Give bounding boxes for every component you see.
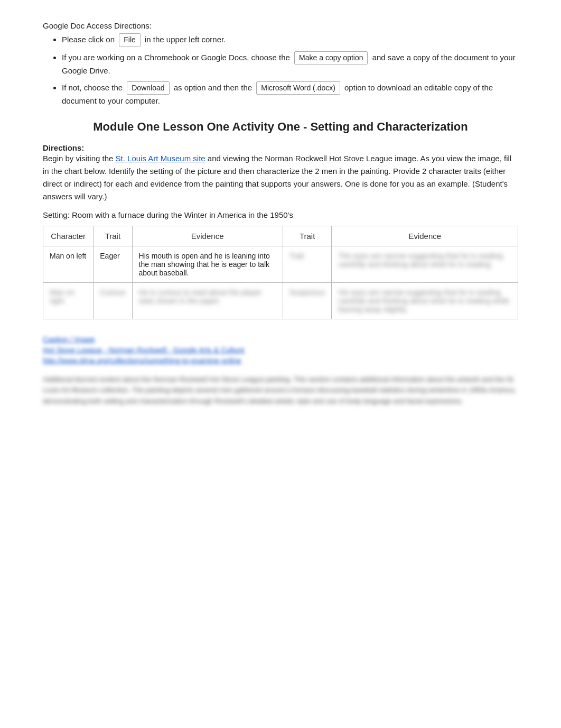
row2-trait1: Curious bbox=[94, 282, 132, 319]
bullet1-after: in the upper left corner. bbox=[145, 35, 226, 44]
bullet3-middle: as option and then the bbox=[174, 83, 255, 92]
blurred-body-text: Additional blurred content about the Nor… bbox=[43, 374, 518, 407]
directions-label-text: Directions: bbox=[43, 143, 518, 152]
file-highlight: File bbox=[119, 33, 141, 47]
download-highlight: Download bbox=[127, 81, 169, 95]
setting-text: Setting: Room with a furnace during the … bbox=[43, 210, 518, 219]
row1-evidence1: His mouth is open and he is leaning into… bbox=[132, 246, 283, 282]
word-docx-highlight: Microsoft Word (.docx) bbox=[256, 81, 340, 95]
bullet-item-1: Please click on File in the upper left c… bbox=[62, 33, 518, 47]
blurred-caption-title: Caption / Image bbox=[43, 335, 518, 344]
directions-label: Google Doc Access Directions: bbox=[43, 21, 152, 30]
directions-body-after: and viewing the Norman Rockwell Hot Stov… bbox=[43, 154, 511, 201]
row2-trait1-blurred: Curious bbox=[100, 288, 125, 297]
chart-table: Character Trait Evidence Trait Evidence … bbox=[43, 226, 518, 319]
table-row-2: Man on right Curious He is curious to re… bbox=[43, 282, 518, 319]
bullet-list: Please click on File in the upper left c… bbox=[62, 33, 518, 107]
row1-evidence2-blurred: The eyes are narrow suggesting that he i… bbox=[338, 252, 502, 269]
col-header-evidence1: Evidence bbox=[132, 226, 283, 246]
bullet1-before: Please click on bbox=[62, 35, 117, 44]
row2-character: Man on right bbox=[43, 282, 94, 319]
table-row-1: Man on left Eager His mouth is open and … bbox=[43, 246, 518, 282]
directions-section: Directions: Begin by visiting the St. Lo… bbox=[43, 143, 518, 203]
row2-evidence2-blurred: His eyes are narrow suggesting that he i… bbox=[338, 288, 509, 314]
row1-trait2: Trait bbox=[283, 246, 332, 282]
blurred-link-1: Hot Stove League - Norman Rockwell - Goo… bbox=[43, 346, 518, 354]
module-title: Module One Lesson One Activity One - Set… bbox=[43, 120, 518, 134]
stlouis-art-museum-link[interactable]: St. Louis Art Museum site bbox=[116, 154, 205, 163]
col-header-evidence2: Evidence bbox=[332, 226, 518, 246]
bullet3-before: If not, choose the bbox=[62, 83, 125, 92]
directions-body-before: Begin by visiting the bbox=[43, 154, 113, 163]
bullet-item-2: If you are working on a Chromebook or Go… bbox=[62, 51, 518, 77]
blurred-link-2: http://www.slma.org/collections/somethin… bbox=[43, 356, 518, 365]
bullet2-before: If you are working on a Chromebook or Go… bbox=[62, 53, 292, 62]
directions-body-text: Begin by visiting the St. Louis Art Muse… bbox=[43, 152, 518, 203]
row2-evidence2: His eyes are narrow suggesting that he i… bbox=[332, 282, 518, 319]
row1-character: Man on left bbox=[43, 246, 94, 282]
make-copy-highlight: Make a copy option bbox=[294, 51, 368, 65]
bullet-item-3: If not, choose the Download as option an… bbox=[62, 81, 518, 107]
row2-trait2-blurred: Suspicious bbox=[289, 288, 325, 297]
row2-evidence1: He is curious to read about the player s… bbox=[132, 282, 283, 319]
row2-trait2: Suspicious bbox=[283, 282, 332, 319]
row1-trait1: Eager bbox=[94, 246, 132, 282]
blurred-links-section: Caption / Image Hot Stove League - Norma… bbox=[43, 335, 518, 365]
table-header-row: Character Trait Evidence Trait Evidence bbox=[43, 226, 518, 246]
col-header-character: Character bbox=[43, 226, 94, 246]
row1-evidence2: The eyes are narrow suggesting that he i… bbox=[332, 246, 518, 282]
row2-evidence1-blurred: He is curious to read about the player s… bbox=[139, 288, 262, 305]
col-header-trait2: Trait bbox=[283, 226, 332, 246]
col-header-trait1: Trait bbox=[94, 226, 132, 246]
row2-character-blurred: Man on right bbox=[50, 288, 74, 305]
row1-trait2-blurred: Trait bbox=[289, 252, 304, 260]
directions-bold-label: Directions: bbox=[43, 143, 84, 152]
directions-header: Google Doc Access Directions: bbox=[43, 21, 518, 30]
document-container: Google Doc Access Directions: Please cli… bbox=[43, 21, 518, 407]
